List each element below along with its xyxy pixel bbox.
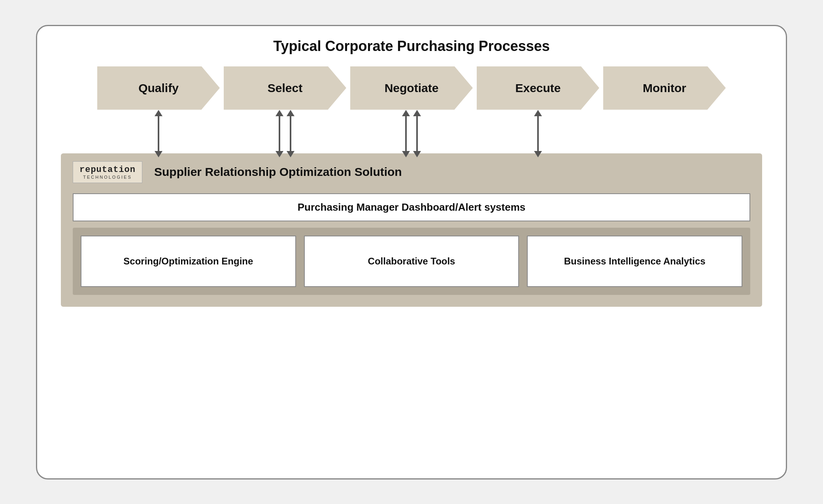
solution-title: Supplier Relationship Optimization Solut… xyxy=(154,165,402,179)
logo-sub-text: TECHNOLOGIES xyxy=(83,175,132,179)
select-arrow-down-2 xyxy=(287,151,294,157)
negotiate-bi-arrow-2 xyxy=(413,110,421,157)
execute-bi-arrow xyxy=(534,110,542,157)
negotiate-arrow-up-1 xyxy=(402,110,410,116)
dashboard-box: Purchasing Manager Dashboard/Alert syste… xyxy=(73,193,750,221)
arrow-spacer-execute: Execute xyxy=(477,66,599,110)
select-bi-arrow-2 xyxy=(287,110,294,157)
logo-main-text: reputation xyxy=(79,165,136,175)
select-bi-arrow-1 xyxy=(276,110,283,157)
execute-arrow-spacer xyxy=(477,110,599,157)
negotiate-bi-arrow-group xyxy=(402,110,421,157)
bidirectional-arrows-row xyxy=(61,110,762,157)
select-arrow-line-2 xyxy=(290,116,291,151)
process-arrow-qualify: Qualify xyxy=(97,66,220,110)
process-arrows-row: Qualify Select Negotiate Execute Monitor xyxy=(61,66,762,110)
negotiate-arrow-spacer xyxy=(350,110,473,157)
qualify-arrow-spacer xyxy=(97,110,220,157)
process-arrow-select: Select xyxy=(224,66,346,110)
execute-arrow-line xyxy=(537,116,539,151)
qualify-arrow-up xyxy=(155,110,162,116)
arrow-spacer-qualify: Qualify xyxy=(97,66,220,110)
qualify-arrow-down xyxy=(155,151,162,157)
select-arrow-up-1 xyxy=(276,110,283,116)
negotiate-arrow-up-2 xyxy=(413,110,421,116)
negotiate-arrow-line-1 xyxy=(405,116,407,151)
execute-arrow-up xyxy=(534,110,542,116)
process-arrow-monitor: Monitor xyxy=(603,66,726,110)
negotiate-arrow-down-2 xyxy=(413,151,421,157)
solution-box: reputation TECHNOLOGIES Supplier Relatio… xyxy=(61,153,762,307)
negotiate-arrow-down-1 xyxy=(402,151,410,157)
arrow-spacer-monitor: Monitor xyxy=(603,66,726,110)
qualify-bi-arrow xyxy=(155,110,162,157)
select-arrow-down-1 xyxy=(276,151,283,157)
module-scoring: Scoring/Optimization Engine xyxy=(81,236,296,287)
arrow-spacer-negotiate: Negotiate xyxy=(350,66,473,110)
qualify-arrow-line xyxy=(158,116,159,151)
select-arrow-spacer xyxy=(224,110,346,157)
negotiate-bi-arrow-1 xyxy=(402,110,410,157)
arrow-spacer-select: Select xyxy=(224,66,346,110)
module-collaborative: Collaborative Tools xyxy=(304,236,519,287)
select-arrow-line-1 xyxy=(279,116,280,151)
modules-row: Scoring/Optimization Engine Collaborativ… xyxy=(73,228,750,295)
negotiate-arrow-line-2 xyxy=(416,116,418,151)
process-arrow-execute: Execute xyxy=(477,66,599,110)
logo-box: reputation TECHNOLOGIES xyxy=(73,161,142,183)
select-arrow-up-2 xyxy=(287,110,294,116)
select-bi-arrow-group xyxy=(276,110,294,157)
solution-header: reputation TECHNOLOGIES Supplier Relatio… xyxy=(73,161,750,183)
page-wrapper: Typical Corporate Purchasing Processes Q… xyxy=(36,25,787,479)
execute-arrow-down xyxy=(534,151,542,157)
process-arrow-negotiate: Negotiate xyxy=(350,66,473,110)
page-title: Typical Corporate Purchasing Processes xyxy=(273,38,550,55)
module-bi: Business Intelligence Analytics xyxy=(527,236,742,287)
